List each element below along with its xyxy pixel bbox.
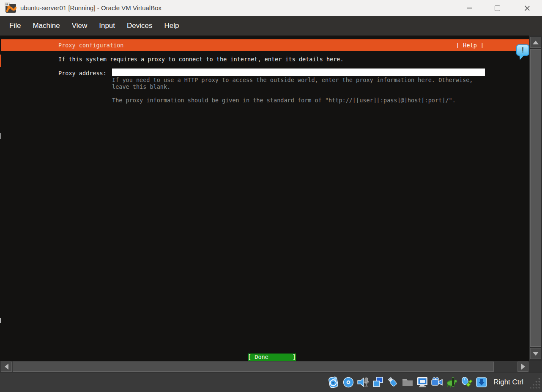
vm-display[interactable]: Proxy configuration [ Help ] If this sys… [0,36,542,361]
titlebar[interactable]: 64 ubuntu-server01 [Running] - Oracle VM… [0,0,542,16]
close-button[interactable] [517,0,537,16]
virtualbox-window: 64 ubuntu-server01 [Running] - Oracle VM… [0,0,542,392]
arrow-left-icon [5,364,8,370]
scroll-down-button[interactable] [530,348,541,359]
installer-header-bar: Proxy configuration [ Help ] [1,39,529,51]
maximize-button[interactable] [487,0,507,16]
scroll-right-button[interactable] [517,362,528,372]
hard-disks-icon[interactable] [327,376,340,389]
proxy-address-input[interactable] [112,69,485,76]
virtualbox-vm-icon: 64 [5,3,16,14]
installer-intro-text: If this system requires a proxy to conne… [58,56,344,63]
vertical-scrollbar[interactable] [529,36,542,361]
svg-text:64: 64 [5,3,8,5]
screen-edge-fragment [0,318,1,323]
optical-drives-icon[interactable] [342,376,355,389]
proxy-address-label: Proxy address: [58,70,107,77]
menu-help[interactable]: Help [159,16,185,36]
features-turtle-icon[interactable] [446,376,458,389]
done-button[interactable]: [ Done ] [248,354,296,361]
screen-edge-fragment [0,55,1,67]
network-icon[interactable] [372,376,384,389]
scrollbar-corner [529,361,542,373]
notification-bubble-icon[interactable]: ! [516,44,529,56]
horizontal-scroll-thumb[interactable] [13,362,494,372]
keyboard-host-icon[interactable] [475,376,488,389]
proxy-help-line: If you need to use a HTTP proxy to acces… [112,77,473,83]
proxy-help-line: The proxy information should be given in… [112,97,456,104]
installer-title: Proxy configuration [58,39,123,51]
host-key-label: Right Ctrl [493,378,523,387]
menu-view[interactable]: View [66,16,93,36]
proxy-help-line: leave this blank. [112,83,170,90]
display-icon[interactable] [416,376,429,389]
horizontal-scrollbar[interactable] [0,361,542,373]
resize-grip[interactable] [530,378,541,391]
menubar: File Machine View Input Devices Help [0,16,542,36]
menu-input[interactable]: Input [93,16,121,36]
scroll-up-button[interactable] [530,37,541,48]
mouse-integration-icon[interactable] [460,376,473,389]
close-icon [524,5,530,11]
usb-devices-icon[interactable] [386,376,399,389]
maximize-icon [495,5,500,11]
recording-icon[interactable] [431,376,443,389]
statusbar: Right Ctrl [0,373,542,392]
shared-folders-icon[interactable] [401,376,414,389]
status-icon-row: Right Ctrl [327,376,523,389]
arrow-up-icon [533,41,539,44]
screen-edge-fragment [0,133,1,139]
menu-machine[interactable]: Machine [27,16,66,36]
minimize-icon [467,8,472,8]
menu-file[interactable]: File [3,16,27,36]
minimize-button[interactable] [460,0,479,16]
arrow-right-icon [521,364,525,370]
window-title: ubuntu-server01 [Running] - Oracle VM Vi… [20,0,162,16]
audio-icon[interactable] [357,376,370,389]
scroll-left-button[interactable] [1,362,12,372]
menu-devices[interactable]: Devices [121,16,158,36]
help-button[interactable]: [ Help ] [456,39,484,51]
vertical-scroll-thumb[interactable] [530,49,541,347]
arrow-down-icon [533,352,539,356]
